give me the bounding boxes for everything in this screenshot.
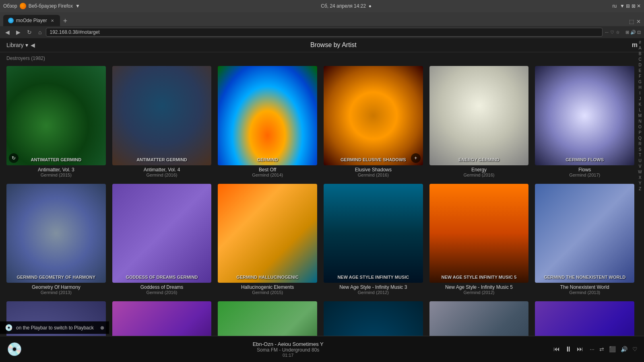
album-item-8[interactable]: GODDESS OF DREAMS GERMINDGoddess of Drea… (112, 184, 212, 295)
alpha-letter-z[interactable]: Z (639, 186, 641, 191)
tab-bar: moOde Player ✕ + ⬚ ✕ (0, 12, 644, 26)
album-cover-9: GERMIND Hallucinogenic (218, 184, 317, 283)
alpha-letter-y[interactable]: Y (639, 181, 642, 186)
url-bar[interactable] (46, 28, 602, 37)
alpha-letter-a[interactable]: A (639, 45, 642, 51)
album-item-15[interactable]: GERMINDGermind (218, 301, 317, 336)
album-item-7[interactable]: GERMIND Geometry Of HarmonyGeometry Of H… (6, 184, 106, 295)
album-title-8: Goddess of Dreams (140, 284, 184, 290)
title-bar-left: Обзор Веб-браузер Firefox ▼ (3, 3, 80, 9)
shuffle-icon[interactable]: ⇄ (599, 346, 604, 352)
album-overlay-left-1[interactable]: ↻ (9, 153, 19, 163)
alpha-letter-m[interactable]: M (638, 113, 642, 118)
album-title-2: Antimatter, Vol. 4 (144, 167, 180, 173)
album-item-18[interactable]: Germind (535, 301, 634, 336)
bookmark-icon[interactable]: ♡ (610, 30, 614, 35)
alpha-letter-r[interactable]: R (638, 141, 641, 146)
browser-extra-icons: ⊞ 🔊 ⊡ (625, 30, 641, 35)
album-cover-4: GERMIND ELUSIVE SHADOWS+ (324, 66, 423, 165)
album-title-4: Elusive Shadows (355, 167, 392, 173)
alpha-letter-p[interactable]: P (639, 130, 642, 135)
album-artist-11: Germind (2012) (463, 290, 494, 295)
album-title-9: Hallucinogenic Elements (241, 284, 294, 290)
alpha-letter-l[interactable]: L (639, 107, 641, 113)
alpha-letter-s[interactable]: S (639, 147, 642, 152)
refresh-button[interactable]: ↻ (25, 28, 34, 36)
tab-close-button[interactable]: ✕ (50, 18, 55, 23)
album-item-14[interactable]: GERMINDGermind (112, 301, 212, 336)
dropdown-arrow[interactable]: ▼ (75, 3, 80, 9)
star-icon[interactable]: ☆ (616, 30, 620, 35)
album-item-10[interactable]: New Age Style INFINITY MUSICNew Age Styl… (324, 184, 423, 295)
library-button[interactable]: Library ▾ (6, 42, 28, 48)
album-item-9[interactable]: GERMIND HallucinogenicHallucinogenic Ele… (218, 184, 317, 295)
alpha-letter-i[interactable]: I (640, 90, 641, 96)
heart-icon[interactable]: ♡ (632, 346, 638, 352)
more-options-icon[interactable]: ··· (590, 346, 594, 352)
album-item-3[interactable]: GERMINDBest OffGermind (2014) (218, 66, 317, 177)
album-title-3: Best Off (259, 167, 276, 173)
active-tab[interactable]: moOde Player ✕ (3, 15, 60, 26)
vinyl-small-icon: 💿 (6, 341, 23, 357)
alpha-letter-c[interactable]: C (638, 57, 641, 62)
album-item-2[interactable]: antimatter GERMINDAntimatter, Vol. 4Germ… (112, 66, 212, 177)
vinyl-icon: 💿 (5, 324, 13, 331)
album-item-17[interactable]: Germind (429, 301, 529, 336)
close-icon[interactable]: ✕ (636, 19, 641, 25)
album-artist-1: Germind (2015) (41, 173, 72, 177)
volume-icon[interactable]: 🔊 (621, 346, 627, 352)
back-nav-button[interactable]: ◀ (31, 42, 35, 48)
album-title-7: Geometry Of Harmony (32, 284, 80, 290)
alpha-letter-f[interactable]: F (639, 74, 641, 79)
album-cover-12: GERMIND The Nonexistent World (535, 184, 634, 283)
library-dropdown-icon: ▾ (25, 42, 28, 48)
alpha-letter-e[interactable]: E (639, 68, 642, 73)
album-item-5[interactable]: ENERGY GERMINDEnergyGermind (2016) (429, 66, 529, 177)
alpha-letter-b[interactable]: B (639, 51, 642, 56)
title-bar-center: Сб, 24 апреля 14:22 ● (83, 3, 609, 9)
album-title-11: New Age Style - Infinity Music 5 (445, 284, 513, 290)
alpha-letter-h[interactable]: H (638, 85, 641, 90)
alpha-letter-o[interactable]: O (638, 124, 642, 130)
title-bar: Обзор Веб-браузер Firefox ▼ Сб, 24 апрел… (0, 0, 644, 12)
home-button[interactable]: ⌂ (36, 28, 43, 36)
restore-icon[interactable]: ⬚ (629, 19, 634, 25)
album-overlay-right-4[interactable]: + (411, 153, 421, 163)
alpha-letter-t[interactable]: T (639, 152, 641, 158)
section-header: Destroyers (1982) (6, 54, 634, 63)
alpha-letter-j[interactable]: J (639, 96, 641, 101)
back-button[interactable]: ◀ (3, 28, 12, 36)
more-icon[interactable]: ··· (605, 30, 609, 35)
repeat-icon[interactable]: ⬛ (609, 346, 616, 352)
alpha-letter-q[interactable]: Q (638, 136, 642, 141)
album-item-11[interactable]: New Age Style Infinity Music 5New Age St… (429, 184, 529, 295)
album-cover-14: GERMIND (112, 301, 212, 336)
toast-close[interactable]: ⊗ (100, 325, 104, 331)
album-item-1[interactable]: antimatter GERMIND↻Antimatter, Vol. 3Ger… (6, 66, 106, 177)
alpha-letter-k[interactable]: K (639, 102, 642, 107)
datetime-display: Сб, 24 апреля 14:22 (321, 3, 366, 9)
album-item-6[interactable]: GERMIND FlowsFlowsGermind (2017) (535, 66, 634, 177)
alpha-letter-v[interactable]: V (639, 164, 642, 169)
overview-label: Обзор (3, 3, 17, 9)
alpha-letter-d[interactable]: D (638, 62, 641, 68)
alpha-letter-#[interactable]: # (639, 40, 641, 45)
alpha-letter-n[interactable]: N (638, 119, 641, 124)
pause-button[interactable]: ⏸ (565, 345, 572, 354)
album-item-16[interactable]: GERMIND TransformationGermind (324, 301, 423, 336)
title-bar-right: ru ▼ ⊞ ⊠ ✕ (612, 3, 641, 9)
alpha-letter-w[interactable]: W (638, 169, 642, 175)
library-label: Library (6, 42, 24, 48)
browser-chrome: Обзор Веб-браузер Firefox ▼ Сб, 24 апрел… (0, 0, 644, 38)
alpha-letter-g[interactable]: G (638, 79, 642, 84)
forward-button[interactable]: ▶ (14, 28, 23, 36)
album-item-4[interactable]: GERMIND ELUSIVE SHADOWS+Elusive ShadowsG… (324, 66, 423, 177)
next-button[interactable]: ⏭ (577, 346, 583, 353)
alpha-letter-u[interactable]: U (638, 158, 641, 163)
album-cover-8: GODDESS OF DREAMS GERMIND (112, 184, 212, 283)
album-item-12[interactable]: GERMIND The Nonexistent WorldThe Nonexis… (535, 184, 634, 295)
alpha-letter-x[interactable]: X (639, 175, 642, 180)
alphabet-sidebar[interactable]: #ABCDEFGHIJKLMNOPQRSTUVWXYZ (636, 38, 644, 193)
new-tab-button[interactable]: + (60, 17, 71, 25)
prev-button[interactable]: ⏮ (553, 346, 560, 353)
